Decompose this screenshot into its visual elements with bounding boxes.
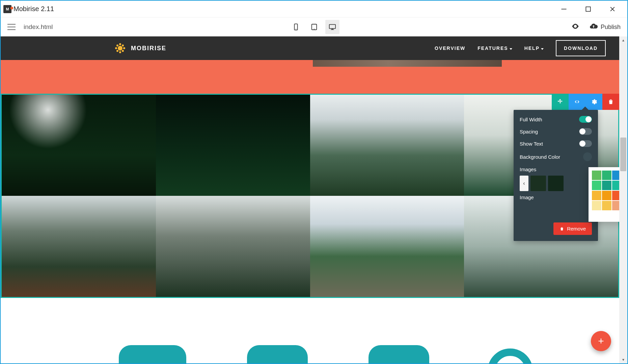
features-section[interactable]: [1, 298, 619, 359]
nav-item-features[interactable]: FEATURES: [477, 46, 512, 51]
color-picker: #553982 More >: [589, 167, 619, 222]
gallery-image[interactable]: [156, 196, 310, 297]
block-move-button[interactable]: [552, 94, 569, 110]
remove-image-button[interactable]: Remove: [553, 222, 592, 235]
setting-bg-color: Background Color: [520, 152, 592, 161]
setting-label: Full Width: [520, 117, 542, 122]
trash-icon: [559, 226, 564, 231]
color-swatch[interactable]: [592, 191, 601, 200]
svg-point-3: [296, 29, 296, 30]
image-heading: Image: [520, 194, 592, 200]
desktop-view-button[interactable]: [325, 20, 339, 34]
color-swatch[interactable]: [592, 201, 601, 210]
images-heading: Images: [520, 166, 592, 172]
svg-rect-1: [586, 7, 590, 11]
setting-label: Spacing: [520, 129, 538, 134]
gallery-image[interactable]: [2, 196, 156, 297]
brand-label: MOBIRISE: [131, 45, 166, 52]
svg-rect-6: [329, 25, 335, 29]
scroll-down-button[interactable]: ▾: [619, 356, 627, 363]
toolbar-right: Publish: [571, 22, 621, 32]
full-width-toggle[interactable]: [579, 116, 592, 123]
svg-point-5: [314, 29, 315, 29]
nav-item-overview[interactable]: OVERVIEW: [435, 46, 465, 51]
tablet-view-button[interactable]: [307, 20, 321, 34]
caret-down-icon: [510, 46, 512, 51]
nav-download-button[interactable]: DOWNLOAD: [556, 40, 606, 56]
vertical-scrollbar[interactable]: ▴ ▾: [619, 36, 627, 363]
close-button[interactable]: [608, 5, 617, 13]
feature-icon: [247, 345, 308, 363]
app-title: Mobirise 2.11: [13, 5, 54, 13]
feature-icon: [119, 345, 186, 363]
feature-icon: [368, 345, 429, 363]
gallery-image[interactable]: [310, 196, 464, 297]
site-navbar: MOBIRISE OVERVIEW FEATURES HELP DOWNLOAD: [1, 36, 619, 60]
setting-label: Show Text: [520, 141, 543, 147]
canvas-area: MOBIRISE OVERVIEW FEATURES HELP DOWNLOAD: [1, 36, 627, 363]
minimize-button[interactable]: [560, 5, 568, 13]
device-view-switch: [289, 20, 339, 34]
svg-rect-7: [331, 29, 333, 30]
gallery-block[interactable]: Full Width Spacing Show Text Background …: [1, 94, 619, 298]
canvas-viewport[interactable]: MOBIRISE OVERVIEW FEATURES HELP DOWNLOAD: [1, 36, 619, 363]
app-window: M Mobirise 2.11 index.html Publish: [0, 0, 628, 364]
nav-items: OVERVIEW FEATURES HELP DOWNLOAD: [435, 40, 606, 56]
menu-icon[interactable]: [7, 24, 16, 30]
globe-icon: [490, 345, 530, 363]
titlebar: M Mobirise 2.11: [1, 1, 627, 18]
setting-spacing: Spacing: [520, 128, 592, 135]
maximize-button[interactable]: [584, 5, 592, 13]
thumb-prev-button[interactable]: ‹: [520, 176, 528, 191]
svg-rect-8: [331, 29, 334, 30]
cloud-upload-icon: [589, 22, 598, 32]
color-swatch[interactable]: [592, 181, 601, 190]
color-swatch[interactable]: [612, 201, 619, 210]
window-controls: [560, 5, 625, 13]
app-icon: M: [3, 5, 11, 13]
block-settings-panel: Full Width Spacing Show Text Background …: [514, 110, 598, 241]
plus-icon: +: [598, 335, 604, 347]
color-swatch[interactable]: [602, 191, 611, 200]
setting-show-text: Show Text: [520, 140, 592, 147]
color-swatch[interactable]: [602, 181, 611, 190]
filename-label: index.html: [24, 23, 53, 31]
gallery-image[interactable]: [2, 95, 156, 196]
sun-icon: [115, 43, 125, 53]
scroll-thumb[interactable]: [620, 138, 626, 171]
color-swatch[interactable]: [612, 181, 619, 190]
feature-icons: [119, 345, 530, 363]
scroll-up-button[interactable]: ▴: [619, 36, 627, 44]
color-swatch[interactable]: [612, 191, 619, 200]
image-thumb[interactable]: [530, 176, 546, 191]
images-thumb-row: ‹: [520, 176, 592, 191]
remove-label: Remove: [567, 226, 586, 232]
block-delete-button[interactable]: [602, 94, 619, 110]
image-thumb[interactable]: [548, 176, 564, 191]
setting-label: Background Color: [520, 154, 560, 160]
caret-down-icon: [541, 46, 544, 51]
color-swatch[interactable]: [612, 171, 619, 180]
color-more-button[interactable]: More >: [592, 213, 619, 218]
show-text-toggle[interactable]: [579, 140, 592, 147]
add-block-fab[interactable]: +: [591, 331, 611, 351]
setting-full-width: Full Width: [520, 116, 592, 123]
app-toolbar: index.html Publish: [1, 18, 627, 36]
color-grid: [592, 171, 619, 210]
mobile-view-button[interactable]: [289, 20, 303, 34]
hero-section[interactable]: [1, 60, 619, 94]
bg-color-swatch[interactable]: [583, 152, 592, 161]
spacing-toggle[interactable]: [579, 128, 592, 135]
gallery-image[interactable]: [156, 95, 310, 196]
color-swatch[interactable]: [602, 171, 611, 180]
color-swatch[interactable]: [602, 201, 611, 210]
publish-label: Publish: [601, 24, 621, 31]
preview-icon[interactable]: [571, 22, 580, 32]
nav-item-help[interactable]: HELP: [524, 46, 544, 51]
gallery-image[interactable]: [310, 95, 464, 196]
color-swatch[interactable]: [592, 171, 601, 180]
svg-rect-0: [562, 9, 567, 9]
publish-button[interactable]: Publish: [589, 22, 621, 32]
hero-image-fragment: [313, 60, 502, 67]
